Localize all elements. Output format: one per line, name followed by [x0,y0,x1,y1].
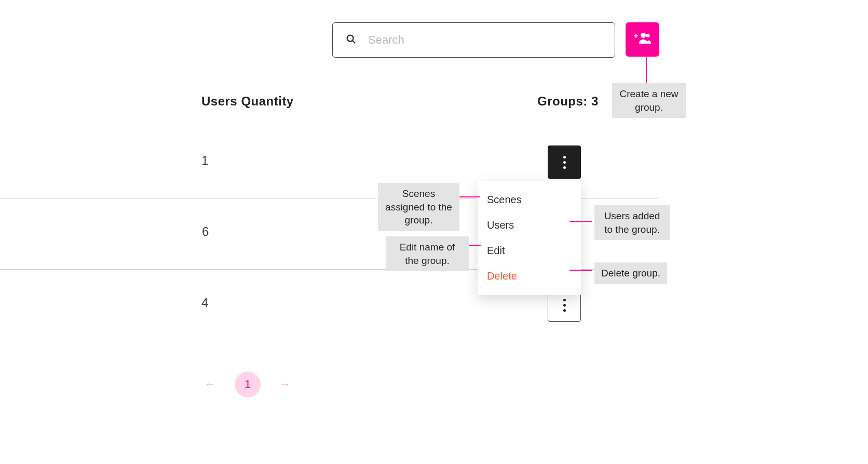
connector-line [469,245,481,246]
pagination-prev[interactable]: ← [201,376,219,393]
more-vertical-icon [563,299,566,312]
svg-line-1 [352,41,355,43]
row-actions-menu: Scenes Users Edit Delete [478,181,581,295]
callout-create-group: Create a new group. [612,83,686,118]
connector-line [459,196,480,197]
connector-line [646,57,647,83]
menu-item-users[interactable]: Users [478,213,581,238]
menu-item-edit[interactable]: Edit [478,238,581,263]
pagination-next[interactable]: → [276,376,294,393]
groups-count-label: Groups: 3 [537,94,599,109]
menu-item-delete[interactable]: Delete [478,263,581,289]
arrow-left-icon: ← [205,378,216,391]
callout-delete: Delete group. [594,262,667,284]
column-header-users-quantity: Users Quantity [201,94,294,109]
row-more-button[interactable] [548,145,581,179]
callout-scenes: Scenes assigned to the group. [378,183,459,231]
pagination: ← 1 → [201,372,294,397]
pagination-page-current[interactable]: 1 [235,372,261,397]
search-input[interactable] [368,23,602,57]
svg-point-5 [646,34,649,37]
search-icon [345,33,357,47]
arrow-right-icon: → [279,378,291,391]
row-users-quantity: 4 [201,296,208,310]
more-vertical-icon [563,156,566,169]
callout-edit: Edit name of the group. [386,236,469,271]
connector-line [569,270,592,271]
row-users-quantity: 1 [201,153,208,168]
svg-point-0 [347,35,354,42]
row-users-quantity: 6 [202,224,209,239]
callout-users: Users added to the group. [594,205,670,240]
menu-item-scenes[interactable]: Scenes [478,187,581,213]
svg-point-4 [641,33,646,38]
connector-line [569,221,592,222]
search-bar[interactable] [332,22,615,58]
add-group-icon [634,31,652,48]
svg-rect-3 [635,34,636,38]
create-group-button[interactable] [626,22,659,57]
